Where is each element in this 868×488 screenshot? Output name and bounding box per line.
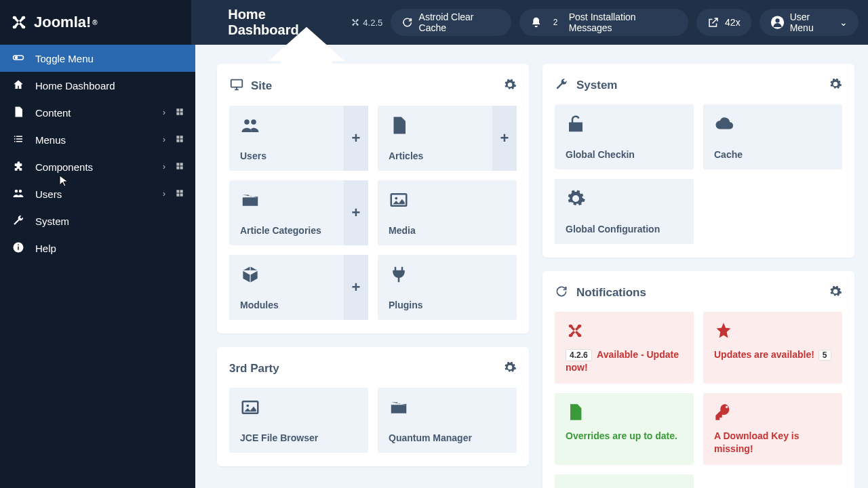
tile-quantum-manager[interactable]: Quantum Manager <box>378 388 517 453</box>
site-panel-settings[interactable] <box>503 78 517 94</box>
sidebar-item-toggle-menu[interactable]: Toggle Menu <box>0 45 195 72</box>
file-icon <box>566 403 683 424</box>
grid-icon[interactable] <box>175 134 184 146</box>
monitor-icon <box>229 77 245 95</box>
add-button[interactable]: + <box>344 180 368 245</box>
version-text: 4.2.5 <box>363 18 382 28</box>
tile-users[interactable]: Users+ <box>229 106 368 171</box>
cog-icon <box>566 188 683 211</box>
tile-label: Plugins <box>389 300 506 310</box>
joomla-icon <box>566 321 683 343</box>
list-icon <box>11 133 26 147</box>
sidebar-item-components[interactable]: Components› <box>0 153 195 180</box>
sidebar-item-label: Toggle Menu <box>35 53 94 64</box>
sidebar-item-label: System <box>35 216 69 227</box>
notification-item[interactable]: 4.2.6 Available - Update now! <box>555 312 694 384</box>
users-icon <box>240 115 357 138</box>
chevron-right-icon: › <box>163 135 165 144</box>
chevron-right-icon: › <box>163 162 165 171</box>
sidebar-item-menus[interactable]: Menus› <box>0 126 195 153</box>
plug-icon <box>389 264 506 287</box>
sidebar-item-label: Menus <box>35 134 66 146</box>
sidebar-item-content[interactable]: Content› <box>0 99 195 126</box>
tile-cache[interactable]: Cache <box>703 104 842 169</box>
tile-global-checkin[interactable]: Global Checkin <box>555 104 694 169</box>
image-icon <box>240 397 357 420</box>
clear-cache-label: Astroid Clear Cache <box>419 12 501 33</box>
puzzle-icon <box>11 160 26 174</box>
home-icon <box>205 14 221 30</box>
tile-label: JCE File Browser <box>240 432 357 443</box>
post-install-label: Post Installation Messages <box>569 12 677 33</box>
version-indicator[interactable]: 4.2.5 <box>351 18 382 28</box>
notification-item[interactable] <box>555 474 694 488</box>
notification-item[interactable]: A Download Key is missing! <box>703 393 842 465</box>
sidebar-item-label: Components <box>35 161 93 173</box>
tile-label: Global Checkin <box>566 149 683 160</box>
tile-label: Cache <box>714 149 831 160</box>
tile-label: Article Categories <box>240 225 357 236</box>
notifications-panel-settings[interactable] <box>829 285 842 301</box>
sidebar: Toggle MenuHome DashboardContent›Menus›C… <box>0 45 195 488</box>
notifications-panel-title: Notifications <box>576 286 646 300</box>
grid-icon[interactable] <box>175 161 184 173</box>
refresh-icon <box>555 285 571 301</box>
add-button[interactable]: + <box>344 106 368 171</box>
wrench-icon <box>11 214 26 228</box>
notification-item[interactable]: Updates are available!5 <box>703 312 842 384</box>
sidebar-item-label: Home Dashboard <box>35 80 115 92</box>
chevron-down-icon: ⌄ <box>840 17 848 28</box>
notification-text: A Download Key is missing! <box>714 430 831 455</box>
thirdparty-panel-settings[interactable] <box>503 361 517 377</box>
tile-jce-file-browser[interactable]: JCE File Browser <box>229 388 368 453</box>
tile-global-configuration[interactable]: Global Configuration <box>555 179 694 244</box>
info-icon <box>11 241 26 256</box>
tile-media[interactable]: Media <box>378 180 517 245</box>
notifications-panel: Notifications 4.2.6 Available - Update n… <box>542 271 854 488</box>
system-panel-settings[interactable] <box>829 77 842 94</box>
dots-icon <box>566 484 683 488</box>
system-panel: System Global CheckinCacheGlobal Configu… <box>542 64 854 258</box>
grid-icon[interactable] <box>175 107 184 119</box>
clear-cache-button[interactable]: Astroid Clear Cache <box>391 9 511 36</box>
tile-modules[interactable]: Modules+ <box>229 255 368 320</box>
add-button[interactable]: + <box>492 106 517 171</box>
sidebar-item-label: Help <box>35 243 56 254</box>
toggle-icon <box>11 52 26 66</box>
thirdparty-panel: 3rd Party JCE File BrowserQuantum Manage… <box>217 347 529 466</box>
tile-articles[interactable]: Articles+ <box>378 106 517 171</box>
notification-text: Overrides are up to date. <box>566 430 683 443</box>
users-icon <box>11 187 26 201</box>
user-menu-label: User Menu <box>790 12 834 33</box>
sidebar-item-users[interactable]: Users› <box>0 180 195 207</box>
post-install-button[interactable]: 2 Post Installation Messages <box>519 9 688 36</box>
user-menu-button[interactable]: User Menu ⌄ <box>760 9 859 36</box>
sidebar-item-home-dashboard[interactable]: Home Dashboard <box>0 72 195 99</box>
cloud-icon <box>714 114 831 137</box>
tile-label: Quantum Manager <box>389 432 506 443</box>
sidebar-item-help[interactable]: Help <box>0 235 195 262</box>
site-panel-title: Site <box>251 79 272 93</box>
notification-count: 5 <box>818 350 831 361</box>
tile-plugins[interactable]: Plugins <box>378 255 517 320</box>
sidebar-item-label: Content <box>35 107 71 119</box>
page-title-text: Home Dashboard <box>228 7 337 38</box>
add-button[interactable]: + <box>344 255 368 320</box>
key-icon <box>714 403 831 424</box>
logo[interactable]: Joomla!® <box>0 0 191 45</box>
notification-text: 4.2.6 Available - Update now! <box>566 348 683 374</box>
home-icon <box>11 79 26 93</box>
notification-item[interactable]: Overrides are up to date. <box>555 393 694 465</box>
sidebar-item-system[interactable]: System <box>0 207 195 235</box>
folder-icon <box>389 397 506 420</box>
tile-article-categories[interactable]: Article Categories+ <box>229 180 368 245</box>
post-install-count: 2 <box>548 14 564 30</box>
grid-icon[interactable] <box>175 188 184 200</box>
tile-label: Users <box>240 150 357 161</box>
file-icon <box>389 115 506 138</box>
page-title: Home Dashboard <box>191 7 351 38</box>
site-panel: Site Users+Articles+Article Categories+M… <box>217 64 529 333</box>
chevron-right-icon: › <box>163 108 165 117</box>
sidebar-item-label: Users <box>35 188 62 200</box>
frontend-link-button[interactable]: 42x <box>696 9 751 36</box>
